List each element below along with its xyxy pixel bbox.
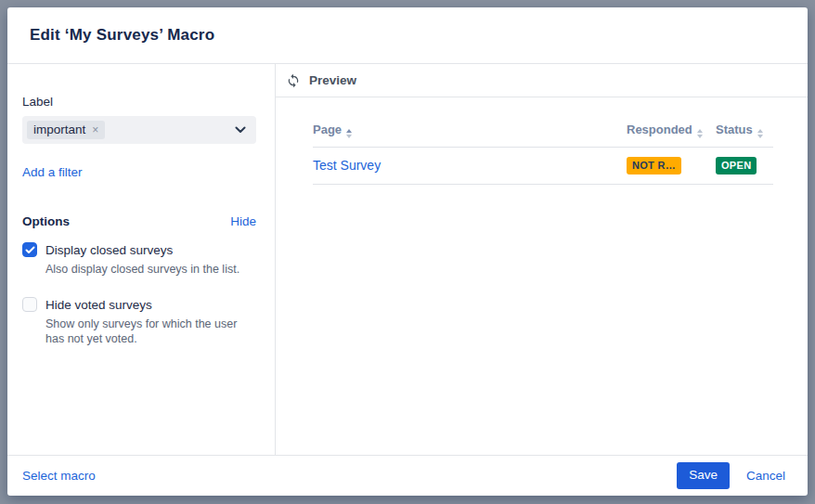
save-button[interactable]: Save <box>677 462 730 488</box>
survey-table: Page Responded Status <box>313 123 773 185</box>
sort-icon <box>697 129 703 138</box>
preview-body: Page Responded Status <box>276 97 808 185</box>
display-closed-checkbox[interactable] <box>22 242 37 257</box>
hide-voted-checkbox[interactable] <box>22 297 37 312</box>
label-tag[interactable]: important × <box>27 121 105 139</box>
options-row: Options Hide <box>22 214 256 228</box>
dialog-body: Label important × Add a filter Options H… <box>7 64 808 455</box>
page-cell: Test Survey <box>313 148 627 185</box>
cancel-link[interactable]: Cancel <box>746 469 785 483</box>
hide-voted-description: Show only surveys for which the user has… <box>45 317 256 346</box>
preview-heading: Preview <box>309 73 356 87</box>
column-header-label: Status <box>716 123 753 136</box>
responded-cell: NOT R… <box>627 148 716 185</box>
column-header-responded[interactable]: Responded <box>627 123 716 148</box>
options-heading: Options <box>22 214 70 228</box>
table-row: Test Survey NOT R… OPEN <box>313 148 773 185</box>
column-header-label: Page <box>313 123 342 136</box>
survey-page-link[interactable]: Test Survey <box>313 158 381 173</box>
label-select[interactable]: important × <box>22 116 256 144</box>
hide-options-link[interactable]: Hide <box>230 214 256 228</box>
preview-header: Preview <box>276 64 808 97</box>
table-header-row: Page Responded Status <box>313 123 773 148</box>
column-header-label: Responded <box>627 123 692 136</box>
dialog-title: Edit ‘My Surveys’ Macro <box>30 26 214 45</box>
add-filter-link[interactable]: Add a filter <box>22 165 83 179</box>
display-closed-label[interactable]: Display closed surveys <box>45 243 173 257</box>
checkbox-row: Hide voted surveys <box>22 297 256 312</box>
display-closed-description: Also display closed surveys in the list. <box>45 263 256 277</box>
refresh-icon[interactable] <box>286 73 301 88</box>
modal-backdrop: { "dialog": { "title": "Edit ‘My Surveys… <box>0 0 815 504</box>
sort-icon <box>346 129 352 138</box>
dialog-header: Edit ‘My Surveys’ Macro <box>7 7 808 64</box>
macro-parameters-panel: Label important × Add a filter Options H… <box>7 64 276 455</box>
column-header-status[interactable]: Status <box>716 123 773 148</box>
hide-voted-label[interactable]: Hide voted surveys <box>45 298 152 312</box>
responded-badge: NOT R… <box>627 157 681 174</box>
status-badge: OPEN <box>716 157 757 174</box>
select-macro-link[interactable]: Select macro <box>22 469 96 483</box>
label-tag-text: important <box>33 123 85 136</box>
tag-remove-icon[interactable]: × <box>92 124 98 136</box>
checkbox-row: Display closed surveys <box>22 242 256 257</box>
option-hide-voted: Hide voted surveys Show only surveys for… <box>22 297 256 346</box>
status-cell: OPEN <box>716 148 773 185</box>
chevron-down-icon <box>235 126 246 134</box>
label-field-label: Label <box>22 95 256 109</box>
option-display-closed: Display closed surveys Also display clos… <box>22 242 256 277</box>
column-header-page[interactable]: Page <box>313 123 627 148</box>
sort-icon <box>757 129 763 138</box>
dialog-footer: Select macro Save Cancel <box>7 455 808 496</box>
edit-macro-dialog: Edit ‘My Surveys’ Macro Label important … <box>7 7 808 496</box>
preview-panel: Preview Page Responded <box>276 64 808 455</box>
